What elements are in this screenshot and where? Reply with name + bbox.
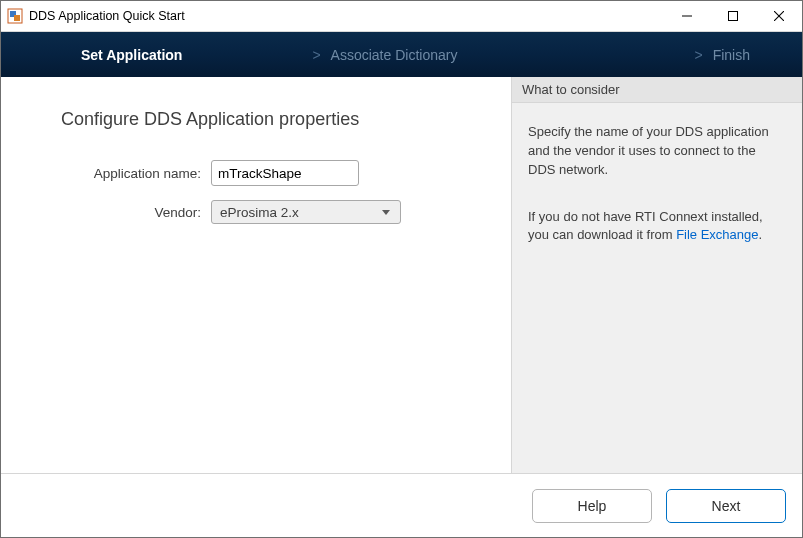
step-separator-icon: > [302,47,330,63]
info-text-1: Specify the name of your DDS application… [528,123,786,180]
close-button[interactable] [756,1,802,31]
app-name-label: Application name: [61,166,211,181]
maximize-button[interactable] [710,1,756,31]
info-panel: What to consider Specify the name of you… [511,77,802,473]
info-panel-body: Specify the name of your DDS application… [512,103,802,283]
minimize-button[interactable] [664,1,710,31]
next-button[interactable]: Next [666,489,786,523]
page-heading: Configure DDS Application properties [61,109,481,130]
step-label: Associate Dictionary [331,47,458,63]
window-frame: DDS Application Quick Start Set Applicat… [0,0,803,538]
app-icon [7,8,23,24]
step-label: Set Application [81,47,182,63]
application-name-input[interactable] [211,160,359,186]
info-text-2b: . [759,227,763,242]
vendor-row: Vendor: eProsima 2.x [61,200,481,224]
step-label: Finish [713,47,750,63]
info-panel-header: What to consider [512,77,802,103]
wizard-step-bar: Set Application > Associate Dictionary >… [1,32,802,77]
window-controls [664,1,802,31]
svg-rect-4 [729,12,738,21]
title-bar: DDS Application Quick Start [1,1,802,32]
button-label: Help [578,498,607,514]
form-panel: Configure DDS Application properties App… [1,77,511,473]
vendor-label: Vendor: [61,205,211,220]
file-exchange-link[interactable]: File Exchange [676,227,758,242]
vendor-dropdown[interactable]: eProsima 2.x [211,200,401,224]
window-title: DDS Application Quick Start [29,9,664,23]
main-content: Configure DDS Application properties App… [1,77,802,473]
step-separator-icon: > [684,47,712,63]
help-button[interactable]: Help [532,489,652,523]
step-finish: > Finish [684,47,802,63]
info-text-2: If you do not have RTI Connext installed… [528,208,786,246]
footer-bar: Help Next [1,473,802,537]
svg-rect-2 [14,15,20,21]
step-set-application: Set Application [1,47,182,63]
button-label: Next [712,498,741,514]
app-name-row: Application name: [61,160,481,186]
chevron-down-icon [382,210,390,215]
vendor-selected-value: eProsima 2.x [220,205,299,220]
step-associate-dictionary: > Associate Dictionary [302,47,457,63]
